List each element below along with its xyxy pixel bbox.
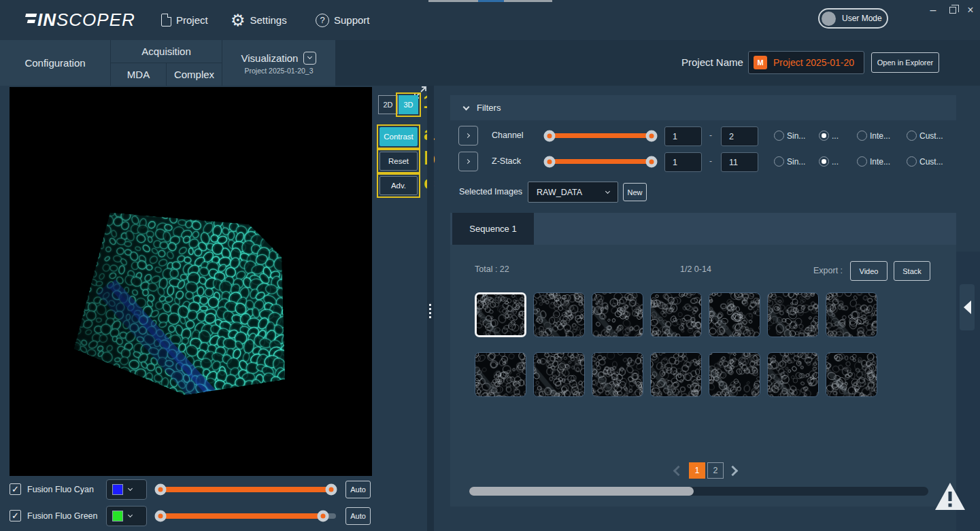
thumbnail[interactable] <box>767 292 819 337</box>
channel-green-auto-button[interactable]: Auto <box>345 507 371 525</box>
thumbnail[interactable] <box>592 352 643 397</box>
export-video-button[interactable]: Video <box>850 261 888 281</box>
channel-option-custom[interactable]: Cust... <box>907 131 943 141</box>
warning-icon[interactable] <box>933 480 967 513</box>
user-mode-toggle[interactable]: User Mode <box>818 8 888 29</box>
document-icon <box>161 14 171 27</box>
zstack-filter-slider[interactable] <box>544 152 657 172</box>
color-swatch-blue <box>112 484 123 495</box>
channel-expander-button[interactable] <box>458 126 478 145</box>
thumbnail[interactable] <box>475 352 526 397</box>
new-label: New <box>627 188 642 196</box>
collapse-panel-handle[interactable] <box>960 284 975 330</box>
tab-sequence-1[interactable]: Sequence 1 <box>452 213 534 245</box>
zstack-from-input[interactable]: 1 <box>664 152 702 172</box>
viewer-3d-canvas[interactable] <box>10 87 372 476</box>
slider-handle-min[interactable] <box>544 156 556 168</box>
thumbnail[interactable] <box>767 352 819 397</box>
export-stack-button[interactable]: Stack <box>894 261 930 281</box>
page-2-button[interactable]: 2 <box>707 462 724 479</box>
tab-mda[interactable]: MDA <box>111 63 166 86</box>
pagination-prev-button[interactable] <box>675 465 682 477</box>
total-count: Total : 22 <box>475 264 509 274</box>
project-badge: M <box>754 56 767 69</box>
tab-configuration[interactable]: Configuration <box>0 40 110 86</box>
channel-option-interval[interactable]: Inte... <box>857 131 890 141</box>
tab-complex[interactable]: Complex <box>167 63 222 86</box>
minimize-icon: – <box>930 4 936 16</box>
thumbnail[interactable] <box>533 292 585 337</box>
advanced-button[interactable]: Adv. <box>379 176 418 195</box>
mode-2d-button[interactable]: 2D <box>378 95 398 114</box>
thumbnail[interactable] <box>709 352 760 397</box>
thumbnail[interactable] <box>826 292 877 337</box>
slider-handle-min[interactable] <box>155 484 167 496</box>
channel-option-all[interactable]: ... <box>819 131 839 141</box>
maximize-button[interactable] <box>945 0 961 20</box>
minimize-button[interactable]: – <box>925 0 941 20</box>
thumbnail[interactable] <box>826 352 877 397</box>
chevron-down-icon <box>128 513 133 517</box>
slider-handle-max[interactable] <box>646 131 658 142</box>
channel-option-single[interactable]: Sin... <box>774 131 805 141</box>
filters-header[interactable]: Filters <box>450 95 956 120</box>
contrast-button[interactable]: Contrast <box>379 127 418 146</box>
thumbnail[interactable] <box>592 292 643 337</box>
thumbnail[interactable] <box>709 292 760 337</box>
zstack-to-input[interactable]: 11 <box>721 152 758 172</box>
slider-handle-min[interactable] <box>544 131 556 142</box>
slider-track <box>544 159 657 164</box>
zstack-option-interval[interactable]: Inte... <box>857 156 890 167</box>
zstack-option-custom[interactable]: Cust... <box>907 156 943 167</box>
channel-cyan-auto-button[interactable]: Auto <box>345 481 371 498</box>
nav-project[interactable]: Project <box>161 0 208 40</box>
selected-images-dropdown[interactable]: RAW_DATA <box>528 182 618 203</box>
mode-3d-button[interactable]: 3D <box>399 95 418 114</box>
tab-visualization[interactable]: Visualization Project 2025-01-20_3 <box>222 40 335 86</box>
horizontal-scrollbar[interactable] <box>469 487 928 496</box>
channel-cyan-checkbox[interactable]: ✓ <box>10 483 21 495</box>
slider-handle-min[interactable] <box>155 511 167 522</box>
tab-acquisition[interactable]: Acquisition <box>111 40 222 63</box>
channel-green-checkbox[interactable]: ✓ <box>10 510 21 521</box>
channel-from-input[interactable]: 1 <box>664 126 702 146</box>
pagination-next-button[interactable] <box>729 465 737 477</box>
radio-icon <box>907 131 917 141</box>
thumbnail-selected[interactable] <box>475 292 526 337</box>
channel-to-input[interactable]: 2 <box>721 126 758 146</box>
thumbnail[interactable] <box>650 292 702 337</box>
nav-support-label: Support <box>334 14 370 26</box>
panel-splitter[interactable] <box>427 86 434 531</box>
scrollbar-thumb[interactable] <box>469 487 694 496</box>
color-swatch-green <box>112 511 123 521</box>
channel-green-color-select[interactable] <box>106 506 147 526</box>
radio-checked-icon <box>819 131 829 141</box>
user-mode-knob <box>822 12 836 26</box>
user-mode-label: User Mode <box>842 14 882 23</box>
close-icon: × <box>967 4 973 16</box>
radio-icon <box>774 131 784 141</box>
channel-green-range-slider[interactable] <box>155 506 336 526</box>
slider-handle-max[interactable] <box>646 156 658 168</box>
slider-handle-max[interactable] <box>318 511 329 522</box>
open-in-explorer-label: Open in Explorer <box>877 58 934 67</box>
reset-button[interactable]: Reset <box>379 152 418 171</box>
thumbnail[interactable] <box>533 352 585 397</box>
zstack-expander-button[interactable] <box>458 152 478 171</box>
channel-cyan-range-slider[interactable] <box>155 479 336 500</box>
open-in-explorer-button[interactable]: Open in Explorer <box>871 52 939 73</box>
new-selection-button[interactable]: New <box>623 183 647 201</box>
project-name-field[interactable]: M Project 2025-01-20 <box>748 51 864 74</box>
nav-support[interactable]: ? Support <box>316 0 370 40</box>
thumbnail[interactable] <box>650 352 702 397</box>
channel-filter-slider[interactable] <box>544 126 657 146</box>
page-1-button[interactable]: 1 <box>689 462 705 479</box>
project-name-label: Project Name <box>681 56 743 68</box>
channel-cyan-color-select[interactable] <box>106 479 147 500</box>
nav-settings[interactable]: ⚙ Settings <box>231 0 287 40</box>
visualization-dropdown-button[interactable] <box>303 52 316 65</box>
zstack-option-single[interactable]: Sin... <box>774 156 805 167</box>
zstack-option-all[interactable]: ... <box>819 156 839 167</box>
close-button[interactable]: × <box>962 0 979 20</box>
slider-handle-max[interactable] <box>326 484 337 496</box>
